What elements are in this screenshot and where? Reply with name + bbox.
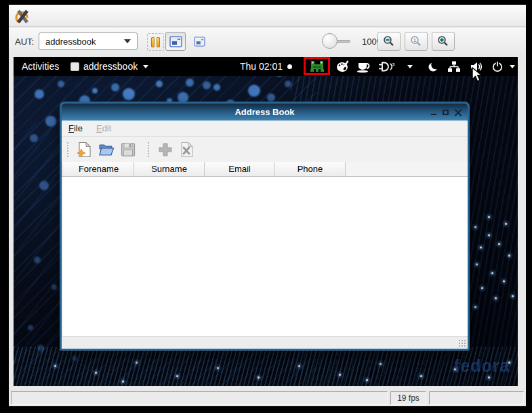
svg-text:s: s bbox=[392, 62, 395, 66]
fedora-watermark: fedora bbox=[454, 356, 510, 376]
address-book-statusbar bbox=[62, 336, 468, 349]
magnifier-minus-icon bbox=[383, 35, 395, 47]
app-window-icon bbox=[70, 62, 79, 71]
network-button[interactable] bbox=[446, 57, 462, 76]
column-header-phone[interactable]: Phone bbox=[275, 162, 346, 176]
remote-view-toggle-button[interactable] bbox=[165, 32, 186, 51]
tray-expander-button[interactable] bbox=[403, 57, 416, 76]
zoom-slider[interactable] bbox=[322, 32, 357, 50]
address-book-titlebar[interactable]: Address Book bbox=[62, 104, 468, 121]
window-title: Address Book bbox=[234, 107, 294, 117]
notification-dot-icon bbox=[287, 64, 292, 69]
power-button[interactable] bbox=[489, 57, 506, 76]
pause-icon bbox=[151, 37, 155, 47]
session-menu-button[interactable] bbox=[506, 57, 518, 76]
app-titlebar bbox=[9, 5, 526, 27]
column-header-email[interactable]: Email bbox=[205, 162, 275, 176]
aut-selected-value: addressbook bbox=[39, 37, 124, 47]
plus-icon-disabled bbox=[157, 142, 173, 158]
column-header-surname[interactable]: Surname bbox=[134, 162, 205, 176]
status-extra-cell bbox=[429, 391, 524, 405]
chevron-down-icon bbox=[510, 65, 515, 68]
close-icon[interactable] bbox=[455, 109, 462, 116]
squish-runner-window: AUT: addressbook bbox=[9, 5, 526, 406]
address-book-window[interactable]: Address Book File Edit bbox=[60, 102, 470, 351]
svg-text:1: 1 bbox=[413, 37, 417, 43]
app-menu-button[interactable]: addressbook bbox=[70, 57, 148, 76]
coffee-cup-icon bbox=[356, 60, 371, 73]
fps-cell: 19 fps bbox=[390, 391, 426, 405]
aut-label: AUT: bbox=[15, 37, 34, 47]
activities-button[interactable]: Activities bbox=[19, 57, 62, 76]
minimize-icon[interactable] bbox=[431, 114, 436, 115]
slider-knob[interactable] bbox=[322, 33, 337, 49]
window-controls bbox=[431, 104, 462, 121]
address-book-menubar: File Edit bbox=[62, 121, 468, 137]
new-document-icon bbox=[77, 142, 92, 158]
address-book-toolbar bbox=[62, 137, 468, 162]
chevron-down-icon bbox=[124, 39, 131, 43]
chevron-down-icon bbox=[407, 65, 413, 68]
column-header-filler bbox=[346, 162, 468, 176]
zoom-original-button[interactable]: 1 bbox=[405, 32, 428, 51]
network-tree-icon bbox=[447, 61, 461, 72]
pause-button[interactable] bbox=[147, 33, 164, 51]
remote-window-icon bbox=[169, 36, 182, 47]
toolbar-drag-handle[interactable] bbox=[66, 142, 70, 158]
coffee-tray-button[interactable] bbox=[355, 57, 371, 76]
highlight-annotation-box bbox=[304, 57, 330, 75]
power-icon bbox=[491, 60, 504, 72]
app-toolbar: AUT: addressbook bbox=[9, 28, 526, 58]
delete-entry-button bbox=[179, 142, 195, 158]
status-message-cell bbox=[11, 391, 388, 405]
plug-s-tray-button[interactable]: s bbox=[378, 57, 396, 76]
save-addressbook-button bbox=[120, 142, 136, 158]
open-addressbook-button[interactable] bbox=[98, 142, 115, 158]
xorg-logo-icon bbox=[14, 7, 32, 25]
column-header-forename[interactable]: Forename bbox=[64, 162, 134, 176]
slider-track bbox=[335, 40, 350, 43]
app-statusbar: 19 fps bbox=[9, 389, 526, 406]
moon-icon bbox=[428, 61, 439, 72]
zoom-in-button[interactable] bbox=[432, 32, 455, 51]
toolbar-drag-handle[interactable] bbox=[147, 142, 150, 158]
palette-icon bbox=[336, 60, 350, 73]
gnome-top-panel: Activities addressbook Thu 02:01 bbox=[14, 57, 518, 76]
new-addressbook-button[interactable] bbox=[77, 142, 93, 158]
open-folder-icon bbox=[98, 142, 115, 157]
menu-edit: Edit bbox=[89, 122, 118, 135]
remote-desktop-viewport[interactable]: fedora Activities addressbook Thu 02:01 bbox=[14, 57, 518, 386]
plug-s-icon: s bbox=[379, 61, 395, 72]
magnifier-one-icon: 1 bbox=[410, 35, 422, 47]
zoom-out-button[interactable] bbox=[377, 32, 401, 51]
delete-icon-disabled bbox=[180, 142, 195, 158]
chevron-down-icon bbox=[143, 65, 148, 68]
save-floppy-icon-disabled bbox=[121, 142, 136, 157]
clock-button[interactable]: Thu 02:01 bbox=[240, 57, 292, 76]
mouse-cursor bbox=[472, 67, 485, 83]
screenshot-stage: AUT: addressbook bbox=[0, 0, 532, 413]
night-light-button[interactable] bbox=[426, 57, 441, 76]
maximize-icon[interactable] bbox=[443, 110, 449, 115]
remote-view-alt-button[interactable] bbox=[190, 32, 209, 51]
magnifier-plus-icon bbox=[437, 35, 449, 47]
add-entry-button bbox=[157, 142, 173, 158]
menu-file[interactable]: File bbox=[62, 122, 89, 135]
palette-tray-button[interactable] bbox=[335, 57, 351, 76]
remote-window-alt-icon bbox=[194, 37, 205, 47]
table-body-empty[interactable] bbox=[62, 177, 468, 336]
aut-select[interactable]: addressbook bbox=[39, 32, 138, 50]
resize-grip-icon[interactable] bbox=[458, 339, 466, 347]
table-header-row: Forename Surname Email Phone bbox=[62, 162, 468, 177]
